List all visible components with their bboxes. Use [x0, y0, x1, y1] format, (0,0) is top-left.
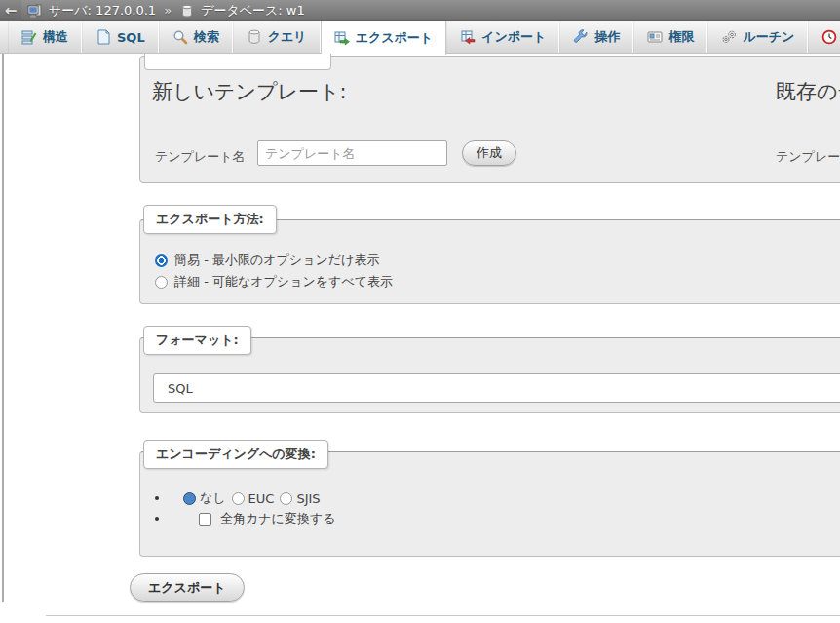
radio-encoding-sjis[interactable] [280, 492, 292, 505]
radio-custom[interactable] [155, 276, 168, 289]
radio-encoding-euc-label[interactable]: EUC [248, 491, 275, 506]
kana-conversion-label[interactable]: 全角カナに変換する [220, 510, 336, 527]
tab-label: エクスポート [356, 29, 434, 47]
new-template-heading: 新しいテンプレート: [152, 78, 347, 105]
server-icon [27, 3, 43, 19]
tab-structure[interactable]: 構造 [8, 21, 82, 53]
privileges-card-icon [647, 29, 663, 45]
radio-quick-label[interactable]: 簡易 - 最小限のオプションだけ表示 [174, 252, 379, 269]
create-template-button[interactable]: 作成 [462, 140, 516, 166]
tab-export[interactable]: エクスポート [321, 21, 447, 55]
encoding-legend: エンコーディングへの変換: [143, 440, 328, 469]
back-arrow-icon: ← [5, 2, 18, 19]
template-name-label: テンプレート名 [155, 148, 246, 166]
existing-template-label: テンプレート: [776, 148, 840, 166]
format-legend: フォーマット: [143, 326, 251, 355]
export-method-option-quick[interactable]: 簡易 - 最小限のオプションだけ表示 [155, 252, 379, 269]
tab-label: 権限 [668, 28, 694, 46]
export-icon [334, 30, 350, 46]
breadcrumb-database[interactable]: データベース: w1 [179, 2, 305, 19]
wrench-icon [573, 29, 589, 45]
sql-document-icon [95, 29, 111, 45]
encoding-kana-row: 全角カナに変換する [155, 510, 342, 527]
format-select[interactable]: SQL [153, 373, 840, 403]
radio-encoding-sjis-label[interactable]: SJIS [296, 491, 320, 506]
footer-divider [46, 615, 840, 616]
radio-custom-label[interactable]: 詳細 - 可能なオプションをすべて表示 [174, 273, 393, 291]
radio-encoding-euc[interactable] [232, 492, 245, 505]
tab-label: 構造 [43, 28, 68, 46]
list-bullet [155, 517, 159, 521]
left-panel-divider [2, 54, 4, 602]
tab-search[interactable]: 検索 [159, 21, 233, 53]
tab-label: インポート [481, 28, 546, 46]
breadcrumb-database-label: データベース: w1 [201, 2, 305, 19]
breadcrumb-separator: » [164, 3, 172, 18]
phpmyadmin-export-page: ← サーバ: 127.0.0.1 » データベース: w1 構造 SQL 検索 … [0, 0, 840, 623]
tab-sql[interactable]: SQL [82, 21, 159, 53]
tab-query[interactable]: クエリ [233, 21, 321, 53]
import-icon [460, 29, 476, 45]
gears-icon [721, 29, 737, 45]
search-icon [172, 29, 188, 45]
tab-label: 検索 [194, 28, 219, 46]
tab-privileges[interactable]: 権限 [633, 21, 707, 53]
list-bullet [155, 496, 159, 500]
database-icon [179, 3, 195, 19]
structure-icon [21, 29, 37, 45]
radio-encoding-none-selected[interactable] [183, 492, 196, 505]
kana-conversion-checkbox[interactable] [199, 513, 211, 526]
template-name-input[interactable] [257, 140, 447, 166]
format-selected-value: SQL [168, 381, 193, 396]
export-submit-button[interactable]: エクスポート [130, 573, 245, 602]
tab-bar: 構造 SQL 検索 クエリ エクスポート インポート 操作 権限 [0, 21, 840, 54]
radio-encoding-none-label[interactable]: なし [200, 489, 226, 507]
back-button[interactable]: ← [0, 0, 21, 21]
breadcrumb-bar: ← サーバ: 127.0.0.1 » データベース: w1 [0, 0, 840, 21]
export-templates-panel: 新しいテンプレート: テンプレート名 作成 既存のテンプレート: テンプレート: [139, 56, 840, 183]
breadcrumb-server[interactable]: サーバ: 127.0.0.1 [27, 2, 156, 19]
export-method-option-custom[interactable]: 詳細 - 可能なオプションをすべて表示 [155, 273, 393, 291]
query-database-icon [247, 29, 262, 45]
tab-label: 操作 [594, 28, 620, 46]
tab-label: ルーチン [743, 28, 794, 46]
tab-label: SQL [117, 30, 145, 45]
existing-templates-heading: 既存のテンプレート: [776, 78, 840, 105]
tab-operations[interactable]: 操作 [559, 21, 633, 53]
breadcrumb-server-label: サーバ: 127.0.0.1 [49, 2, 156, 19]
radio-quick-selected[interactable] [155, 254, 168, 267]
encoding-radio-row: なし EUC SJIS [155, 489, 326, 507]
scrolled-legend-remnant [144, 54, 331, 70]
clock-icon [821, 29, 837, 45]
tab-events[interactable]: イベント [808, 21, 840, 53]
tab-import[interactable]: インポート [446, 21, 559, 53]
tab-label: クエリ [268, 28, 307, 46]
export-method-legend: エクスポート方法: [143, 205, 277, 234]
tab-routines[interactable]: ルーチン [707, 21, 808, 53]
